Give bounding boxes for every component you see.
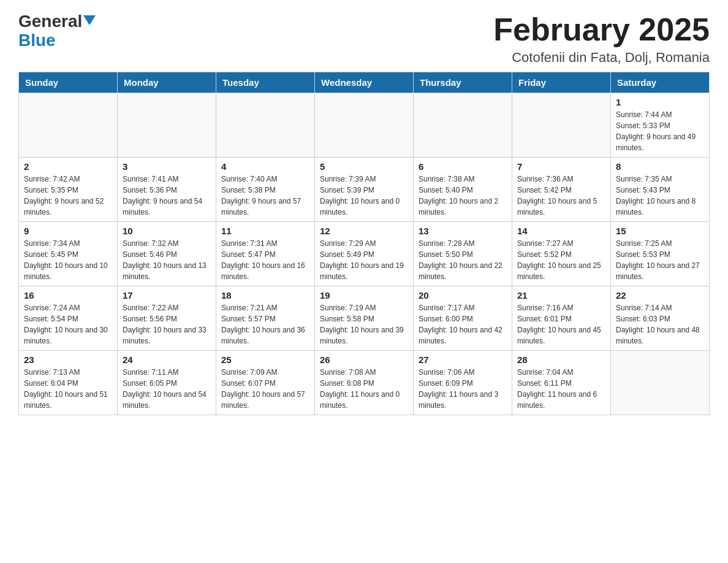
table-row bbox=[19, 93, 118, 158]
day-info: Sunrise: 7:28 AM Sunset: 5:50 PM Dayligh… bbox=[419, 238, 507, 282]
day-info: Sunrise: 7:04 AM Sunset: 6:11 PM Dayligh… bbox=[517, 367, 605, 411]
day-info: Sunrise: 7:31 AM Sunset: 5:47 PM Dayligh… bbox=[221, 238, 309, 282]
day-info: Sunrise: 7:42 AM Sunset: 5:35 PM Dayligh… bbox=[24, 174, 112, 218]
table-row: 17Sunrise: 7:22 AM Sunset: 5:56 PM Dayli… bbox=[118, 286, 216, 351]
title-section: February 2025 Cotofenii din Fata, Dolj, … bbox=[493, 12, 710, 66]
table-row bbox=[611, 351, 710, 415]
table-row: 22Sunrise: 7:14 AM Sunset: 6:03 PM Dayli… bbox=[611, 286, 710, 351]
day-number: 22 bbox=[616, 290, 704, 301]
logo-triangle-icon bbox=[83, 15, 96, 25]
day-number: 2 bbox=[24, 161, 112, 172]
table-row: 7Sunrise: 7:36 AM Sunset: 5:42 PM Daylig… bbox=[512, 158, 611, 222]
table-row: 3Sunrise: 7:41 AM Sunset: 5:36 PM Daylig… bbox=[118, 158, 216, 222]
table-row bbox=[315, 93, 414, 158]
calendar-week-row: 23Sunrise: 7:13 AM Sunset: 6:04 PM Dayli… bbox=[19, 351, 710, 415]
table-row: 4Sunrise: 7:40 AM Sunset: 5:38 PM Daylig… bbox=[216, 158, 315, 222]
day-number: 27 bbox=[419, 354, 507, 365]
table-row: 24Sunrise: 7:11 AM Sunset: 6:05 PM Dayli… bbox=[118, 351, 216, 415]
day-info: Sunrise: 7:35 AM Sunset: 5:43 PM Dayligh… bbox=[616, 174, 704, 218]
table-row: 15Sunrise: 7:25 AM Sunset: 5:53 PM Dayli… bbox=[611, 222, 710, 286]
day-info: Sunrise: 7:27 AM Sunset: 5:52 PM Dayligh… bbox=[517, 238, 605, 282]
table-row: 2Sunrise: 7:42 AM Sunset: 5:35 PM Daylig… bbox=[19, 158, 118, 222]
table-row: 9Sunrise: 7:34 AM Sunset: 5:45 PM Daylig… bbox=[19, 222, 118, 286]
day-number: 25 bbox=[221, 354, 309, 365]
day-number: 4 bbox=[221, 161, 309, 172]
table-row: 14Sunrise: 7:27 AM Sunset: 5:52 PM Dayli… bbox=[512, 222, 611, 286]
calendar-week-row: 9Sunrise: 7:34 AM Sunset: 5:45 PM Daylig… bbox=[19, 222, 710, 286]
day-info: Sunrise: 7:21 AM Sunset: 5:57 PM Dayligh… bbox=[221, 302, 309, 347]
location: Cotofenii din Fata, Dolj, Romania bbox=[493, 50, 710, 66]
day-info: Sunrise: 7:19 AM Sunset: 5:58 PM Dayligh… bbox=[320, 302, 408, 347]
col-monday: Monday bbox=[118, 72, 216, 93]
table-row: 13Sunrise: 7:28 AM Sunset: 5:50 PM Dayli… bbox=[414, 222, 512, 286]
day-number: 1 bbox=[616, 97, 704, 107]
day-info: Sunrise: 7:34 AM Sunset: 5:45 PM Dayligh… bbox=[24, 238, 112, 282]
table-row: 26Sunrise: 7:08 AM Sunset: 6:08 PM Dayli… bbox=[315, 351, 414, 415]
day-info: Sunrise: 7:25 AM Sunset: 5:53 PM Dayligh… bbox=[616, 238, 704, 282]
day-number: 3 bbox=[123, 161, 211, 172]
day-number: 7 bbox=[517, 161, 605, 172]
day-number: 11 bbox=[221, 226, 309, 236]
day-number: 6 bbox=[419, 161, 507, 172]
day-number: 19 bbox=[320, 290, 408, 301]
table-row: 28Sunrise: 7:04 AM Sunset: 6:11 PM Dayli… bbox=[512, 351, 611, 415]
day-info: Sunrise: 7:38 AM Sunset: 5:40 PM Dayligh… bbox=[419, 174, 507, 218]
table-row: 23Sunrise: 7:13 AM Sunset: 6:04 PM Dayli… bbox=[19, 351, 118, 415]
col-thursday: Thursday bbox=[414, 72, 512, 93]
day-info: Sunrise: 7:41 AM Sunset: 5:36 PM Dayligh… bbox=[123, 174, 211, 218]
day-info: Sunrise: 7:44 AM Sunset: 5:33 PM Dayligh… bbox=[616, 109, 704, 153]
day-info: Sunrise: 7:14 AM Sunset: 6:03 PM Dayligh… bbox=[616, 302, 704, 347]
table-row: 19Sunrise: 7:19 AM Sunset: 5:58 PM Dayli… bbox=[315, 286, 414, 351]
day-info: Sunrise: 7:17 AM Sunset: 6:00 PM Dayligh… bbox=[419, 302, 507, 347]
calendar-week-row: 2Sunrise: 7:42 AM Sunset: 5:35 PM Daylig… bbox=[19, 158, 710, 222]
day-info: Sunrise: 7:24 AM Sunset: 5:54 PM Dayligh… bbox=[24, 302, 112, 347]
col-tuesday: Tuesday bbox=[216, 72, 315, 93]
table-row: 12Sunrise: 7:29 AM Sunset: 5:49 PM Dayli… bbox=[315, 222, 414, 286]
day-info: Sunrise: 7:39 AM Sunset: 5:39 PM Dayligh… bbox=[320, 174, 408, 218]
day-info: Sunrise: 7:11 AM Sunset: 6:05 PM Dayligh… bbox=[123, 367, 211, 411]
day-number: 16 bbox=[24, 290, 112, 301]
day-info: Sunrise: 7:36 AM Sunset: 5:42 PM Dayligh… bbox=[517, 174, 605, 218]
day-number: 5 bbox=[320, 161, 408, 172]
month-title: February 2025 bbox=[493, 12, 710, 47]
calendar-table: Sunday Monday Tuesday Wednesday Thursday… bbox=[18, 72, 710, 415]
col-wednesday: Wednesday bbox=[315, 72, 414, 93]
col-sunday: Sunday bbox=[19, 72, 118, 93]
day-number: 18 bbox=[221, 290, 309, 301]
day-number: 14 bbox=[517, 226, 605, 236]
day-info: Sunrise: 7:13 AM Sunset: 6:04 PM Dayligh… bbox=[24, 367, 112, 411]
day-number: 9 bbox=[24, 226, 112, 236]
day-number: 15 bbox=[616, 226, 704, 236]
day-number: 8 bbox=[616, 161, 704, 172]
col-saturday: Saturday bbox=[611, 72, 710, 93]
day-number: 10 bbox=[123, 226, 211, 236]
table-row bbox=[414, 93, 512, 158]
day-number: 17 bbox=[123, 290, 211, 301]
day-number: 21 bbox=[517, 290, 605, 301]
day-info: Sunrise: 7:22 AM Sunset: 5:56 PM Dayligh… bbox=[123, 302, 211, 347]
table-row: 1Sunrise: 7:44 AM Sunset: 5:33 PM Daylig… bbox=[611, 93, 710, 158]
day-info: Sunrise: 7:16 AM Sunset: 6:01 PM Dayligh… bbox=[517, 302, 605, 347]
col-friday: Friday bbox=[512, 72, 611, 93]
day-info: Sunrise: 7:09 AM Sunset: 6:07 PM Dayligh… bbox=[221, 367, 309, 411]
table-row: 5Sunrise: 7:39 AM Sunset: 5:39 PM Daylig… bbox=[315, 158, 414, 222]
day-info: Sunrise: 7:32 AM Sunset: 5:46 PM Dayligh… bbox=[123, 238, 211, 282]
day-info: Sunrise: 7:29 AM Sunset: 5:49 PM Dayligh… bbox=[320, 238, 408, 282]
table-row: 18Sunrise: 7:21 AM Sunset: 5:57 PM Dayli… bbox=[216, 286, 315, 351]
logo-blue-text: Blue bbox=[18, 31, 56, 50]
table-row: 8Sunrise: 7:35 AM Sunset: 5:43 PM Daylig… bbox=[611, 158, 710, 222]
calendar-week-row: 1Sunrise: 7:44 AM Sunset: 5:33 PM Daylig… bbox=[19, 93, 710, 158]
day-number: 13 bbox=[419, 226, 507, 236]
table-row bbox=[118, 93, 216, 158]
table-row: 25Sunrise: 7:09 AM Sunset: 6:07 PM Dayli… bbox=[216, 351, 315, 415]
day-info: Sunrise: 7:08 AM Sunset: 6:08 PM Dayligh… bbox=[320, 367, 408, 411]
table-row bbox=[216, 93, 315, 158]
table-row: 21Sunrise: 7:16 AM Sunset: 6:01 PM Dayli… bbox=[512, 286, 611, 351]
table-row: 10Sunrise: 7:32 AM Sunset: 5:46 PM Dayli… bbox=[118, 222, 216, 286]
table-row: 11Sunrise: 7:31 AM Sunset: 5:47 PM Dayli… bbox=[216, 222, 315, 286]
calendar-header-row: Sunday Monday Tuesday Wednesday Thursday… bbox=[19, 72, 710, 93]
day-number: 28 bbox=[517, 354, 605, 365]
day-number: 20 bbox=[419, 290, 507, 301]
day-number: 23 bbox=[24, 354, 112, 365]
table-row: 20Sunrise: 7:17 AM Sunset: 6:00 PM Dayli… bbox=[414, 286, 512, 351]
